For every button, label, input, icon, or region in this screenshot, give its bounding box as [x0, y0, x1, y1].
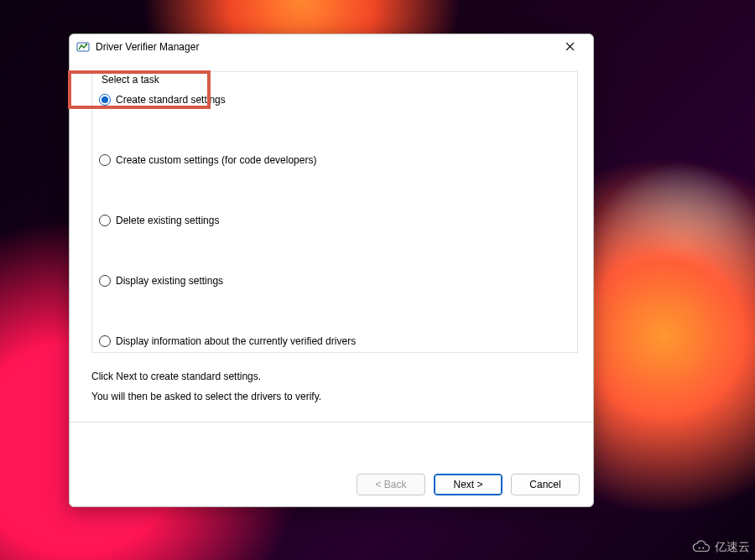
next-button[interactable]: Next > [434, 474, 502, 495]
hint-line2: You will then be asked to select the dri… [91, 386, 578, 407]
radio-create-standard[interactable] [99, 94, 111, 106]
hint-text: Click Next to create standard settings. … [91, 353, 578, 407]
svg-point-1 [86, 43, 87, 44]
close-button[interactable] [553, 36, 586, 58]
separator [70, 422, 593, 423]
option-create-custom[interactable]: Create custom settings (for code develop… [97, 151, 572, 169]
option-label: Delete existing settings [116, 215, 219, 226]
task-group: Select a task Create standard settings C… [91, 71, 578, 353]
driver-verifier-dialog: Driver Verifier Manager Select a task Cr… [69, 34, 594, 507]
task-group-box: Create standard settings Create custom s… [91, 71, 578, 353]
radio-display-existing[interactable] [99, 275, 111, 287]
radio-create-custom[interactable] [99, 154, 111, 166]
watermark: 亿速云 [691, 540, 750, 555]
close-icon [565, 42, 575, 51]
watermark-text: 亿速云 [715, 540, 750, 555]
option-delete-existing[interactable]: Delete existing settings [97, 211, 572, 230]
option-label: Display information about the currently … [116, 335, 356, 347]
back-button[interactable]: < Back [357, 474, 425, 495]
option-display-existing[interactable]: Display existing settings [97, 272, 572, 290]
hint-line1: Click Next to create standard settings. [91, 366, 578, 386]
svg-point-2 [699, 547, 700, 549]
option-label: Create custom settings (for code develop… [116, 154, 316, 166]
radio-display-info[interactable] [99, 335, 111, 347]
dialog-footer: < Back Next > Cancel [70, 463, 593, 506]
window-title: Driver Verifier Manager [96, 41, 553, 53]
option-label: Display existing settings [116, 275, 223, 287]
app-icon [76, 40, 90, 54]
cancel-button[interactable]: Cancel [511, 474, 580, 495]
task-group-label: Select a task [98, 74, 163, 86]
svg-point-3 [702, 547, 704, 549]
option-label: Create standard settings [116, 94, 226, 106]
option-create-standard[interactable]: Create standard settings [97, 91, 572, 109]
dialog-content: Select a task Create standard settings C… [70, 60, 593, 463]
option-display-info[interactable]: Display information about the currently … [97, 332, 572, 350]
radio-delete-existing[interactable] [99, 215, 111, 226]
cloud-icon [691, 540, 711, 555]
titlebar: Driver Verifier Manager [70, 34, 593, 60]
